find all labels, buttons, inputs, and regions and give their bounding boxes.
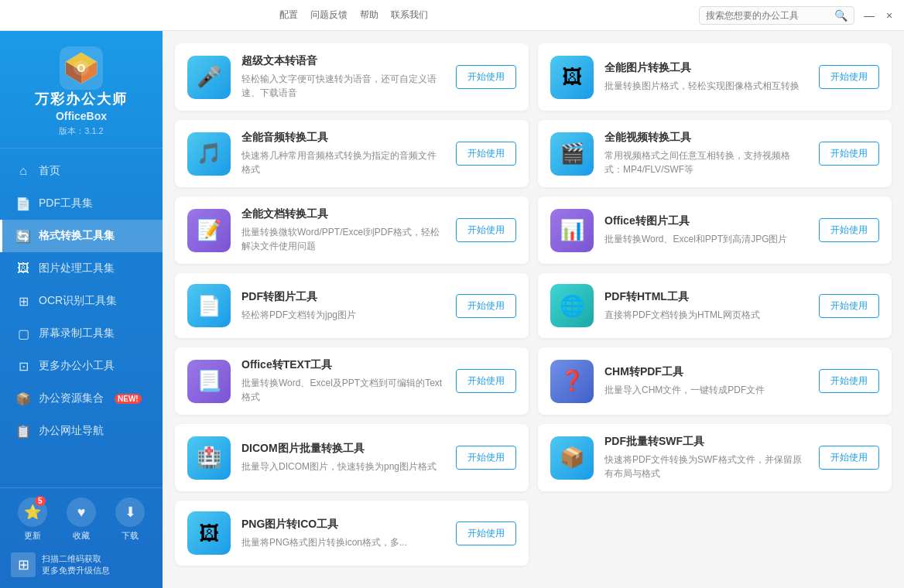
tool-info-pdf-to-image: PDF转图片工具 轻松将PDF文档转为jpg图片 bbox=[241, 290, 445, 322]
home-icon: ⌂ bbox=[15, 163, 31, 179]
nav-icon: 📋 bbox=[15, 423, 31, 439]
download-button[interactable]: ⬇ 下载 bbox=[115, 497, 145, 542]
tool-btn-text-to-speech[interactable]: 开始使用 bbox=[456, 65, 516, 89]
search-input[interactable] bbox=[706, 10, 830, 21]
screen-icon: ▢ bbox=[15, 326, 31, 341]
tool-btn-image-convert[interactable]: 开始使用 bbox=[819, 65, 879, 89]
sidebar-item-more[interactable]: ⊡ 更多办公小工具 bbox=[0, 350, 163, 382]
main-layout: O 万彩办公大师 OfficeBox 版本：3.1.2 ⌂ 首页 📄 PDF工具… bbox=[0, 31, 904, 588]
tool-desc-pdf-to-swf: 快速将PDF文件转换为SWF格式文件，并保留原有布局与格式 bbox=[604, 453, 808, 480]
update-button[interactable]: ⭐ 5 更新 bbox=[18, 497, 47, 542]
tool-btn-chm-to-pdf[interactable]: 开始使用 bbox=[819, 369, 879, 393]
tool-btn-dicom-convert[interactable]: 开始使用 bbox=[456, 446, 516, 470]
sidebar: O 万彩办公大师 OfficeBox 版本：3.1.2 ⌂ 首页 📄 PDF工具… bbox=[0, 31, 163, 588]
tool-desc-video-convert: 常用视频格式之间任意互相转换，支持视频格式：MP4/FLV/SWF等 bbox=[604, 149, 808, 176]
tool-info-office-to-text: Office转TEXT工具 批量转换Word、Excel及PPT文档到可编辑的T… bbox=[241, 358, 445, 404]
update-badge: 5 bbox=[35, 496, 46, 506]
tool-desc-text-to-speech: 轻松输入文字便可快速转为语音，还可自定义语速、下载语音 bbox=[241, 72, 445, 100]
qr-icon: ⊞ bbox=[11, 552, 36, 577]
tool-card-audio-convert: 🎵 全能音频转换工具 快速将几种常用音频格式转换为指定的音频文件格式 开始使用 bbox=[175, 120, 529, 187]
tool-desc-chm-to-pdf: 批量导入CHM文件，一键转成PDF文件 bbox=[604, 383, 808, 397]
format-icon: 🔄 bbox=[15, 228, 31, 244]
tool-name-image-convert: 全能图片转换工具 bbox=[604, 61, 808, 75]
sidebar-label-home: 首页 bbox=[39, 164, 60, 178]
tool-btn-video-convert[interactable]: 开始使用 bbox=[819, 142, 879, 166]
update-label: 更新 bbox=[24, 530, 41, 542]
tool-btn-audio-convert[interactable]: 开始使用 bbox=[456, 142, 516, 166]
tool-name-office-to-text: Office转TEXT工具 bbox=[241, 358, 445, 372]
tool-btn-pdf-to-swf[interactable]: 开始使用 bbox=[819, 446, 879, 470]
sidebar-item-resource[interactable]: 📦 办公资源集合 NEW! bbox=[0, 382, 163, 415]
ocr-icon: ⊞ bbox=[15, 293, 31, 309]
tool-name-pdf-to-swf: PDF批量转SWF工具 bbox=[604, 435, 808, 449]
tool-btn-pdf-to-html[interactable]: 开始使用 bbox=[819, 294, 879, 318]
sidebar-item-image[interactable]: 🖼 图片处理工具集 bbox=[0, 252, 163, 285]
tool-btn-pdf-to-image[interactable]: 开始使用 bbox=[456, 294, 516, 318]
tool-icon-pdf-to-html: 🌐 bbox=[550, 284, 594, 327]
tool-card-text-to-speech: 🎤 超级文本转语音 轻松输入文字便可快速转为语音，还可自定义语速、下载语音 开始… bbox=[175, 43, 529, 111]
tool-desc-doc-convert: 批量转换微软Word/PPT/Excel到PDF格式，轻松解决文件使用问题 bbox=[241, 225, 445, 253]
svg-text:O: O bbox=[77, 62, 86, 74]
tool-desc-pdf-to-image: 轻松将PDF文档转为jpg图片 bbox=[241, 308, 445, 322]
more-icon: ⊡ bbox=[15, 358, 31, 374]
sidebar-logo: O 万彩办公大师 OfficeBox 版本：3.1.2 bbox=[0, 31, 163, 149]
close-button[interactable]: × bbox=[882, 9, 896, 22]
app-version: 版本：3.1.2 bbox=[59, 125, 103, 137]
tool-card-video-convert: 🎬 全能视频转换工具 常用视频格式之间任意互相转换，支持视频格式：MP4/FLV… bbox=[538, 120, 892, 187]
nav-feedback[interactable]: 问题反馈 bbox=[310, 9, 348, 22]
tool-card-image-convert: 🖼 全能图片转换工具 批量转换图片格式，轻松实现图像格式相互转换 开始使用 bbox=[538, 43, 892, 111]
sidebar-item-format[interactable]: 🔄 格式转换工具集 bbox=[0, 220, 163, 252]
tool-card-dicom-convert: 🏥 DICOM图片批量转换工具 批量导入DICOM图片，快速转换为png图片格式… bbox=[175, 424, 529, 491]
sidebar-item-pdf[interactable]: 📄 PDF工具集 bbox=[0, 187, 163, 220]
tool-icon-office-to-text: 📃 bbox=[187, 360, 231, 403]
sidebar-label-resource: 办公资源集合 bbox=[39, 391, 104, 405]
collect-button[interactable]: ♥ 收藏 bbox=[67, 497, 96, 542]
app-subtitle: OfficeBox bbox=[56, 110, 107, 122]
tool-card-pdf-to-html: 🌐 PDF转HTML工具 直接将PDF文档转换为HTML网页格式 开始使用 bbox=[538, 273, 892, 338]
qr-text: 扫描二维码获取 更多免费升级信息 bbox=[42, 553, 110, 577]
download-icon: ⬇ bbox=[115, 497, 145, 527]
window-controls: — × bbox=[862, 9, 896, 22]
tool-icon-pdf-to-swf: 📦 bbox=[550, 436, 594, 480]
sidebar-item-screen[interactable]: ▢ 屏幕录制工具集 bbox=[0, 317, 163, 350]
sidebar-item-ocr[interactable]: ⊞ OCR识别工具集 bbox=[0, 285, 163, 317]
tool-btn-office-to-image[interactable]: 开始使用 bbox=[819, 218, 879, 242]
tool-icon-png-to-ico: 🖼 bbox=[187, 511, 231, 555]
tool-name-video-convert: 全能视频转换工具 bbox=[604, 131, 808, 145]
download-label: 下载 bbox=[122, 530, 139, 542]
search-icon[interactable]: 🔍 bbox=[834, 9, 848, 22]
nav-contact[interactable]: 联系我们 bbox=[391, 9, 428, 22]
tool-icon-pdf-to-image: 📄 bbox=[187, 284, 231, 327]
sidebar-item-home[interactable]: ⌂ 首页 bbox=[0, 155, 163, 187]
tool-info-video-convert: 全能视频转换工具 常用视频格式之间任意互相转换，支持视频格式：MP4/FLV/S… bbox=[604, 131, 808, 176]
tool-name-dicom-convert: DICOM图片批量转换工具 bbox=[241, 442, 445, 456]
tool-desc-dicom-convert: 批量导入DICOM图片，快速转换为png图片格式 bbox=[241, 460, 445, 473]
tool-icon-dicom-convert: 🏥 bbox=[187, 436, 231, 480]
sidebar-label-pdf: PDF工具集 bbox=[39, 197, 93, 210]
sidebar-label-ocr: OCR识别工具集 bbox=[39, 294, 117, 308]
tool-info-text-to-speech: 超级文本转语音 轻松输入文字便可快速转为语音，还可自定义语速、下载语音 bbox=[241, 54, 445, 100]
sidebar-qr[interactable]: ⊞ 扫描二维码获取 更多免费升级信息 bbox=[0, 548, 163, 582]
tool-info-png-to-ico: PNG图片转ICO工具 批量将PNG格式图片转换icon格式，多... bbox=[241, 518, 445, 549]
sidebar-item-nav[interactable]: 📋 办公网址导航 bbox=[0, 415, 163, 447]
sidebar-label-format: 格式转换工具集 bbox=[39, 229, 115, 243]
tool-info-doc-convert: 全能文档转换工具 批量转换微软Word/PPT/Excel到PDF格式，轻松解决… bbox=[241, 207, 445, 253]
nav-help[interactable]: 帮助 bbox=[360, 9, 378, 22]
tool-icon-audio-convert: 🎵 bbox=[187, 132, 231, 176]
minimize-button[interactable]: — bbox=[862, 9, 876, 22]
tool-name-doc-convert: 全能文档转换工具 bbox=[241, 207, 445, 221]
resource-icon: 📦 bbox=[15, 391, 31, 406]
tool-btn-doc-convert[interactable]: 开始使用 bbox=[456, 218, 516, 242]
tool-btn-png-to-ico[interactable]: 开始使用 bbox=[456, 521, 516, 545]
tool-btn-office-to-text[interactable]: 开始使用 bbox=[456, 369, 516, 393]
tool-icon-office-to-image: 📊 bbox=[550, 209, 594, 252]
sidebar-label-more: 更多办公小工具 bbox=[39, 359, 115, 373]
tool-desc-image-convert: 批量转换图片格式，轻松实现图像格式相互转换 bbox=[604, 79, 808, 93]
collect-label: 收藏 bbox=[73, 530, 90, 542]
new-badge: NEW! bbox=[115, 394, 142, 404]
nav-config[interactable]: 配置 bbox=[279, 9, 298, 22]
tool-icon-video-convert: 🎬 bbox=[550, 132, 594, 176]
tool-card-office-to-text: 📃 Office转TEXT工具 批量转换Word、Excel及PPT文档到可编辑… bbox=[175, 347, 529, 415]
tool-icon-chm-to-pdf: ❓ bbox=[550, 360, 594, 403]
search-bar: 🔍 bbox=[699, 6, 854, 25]
